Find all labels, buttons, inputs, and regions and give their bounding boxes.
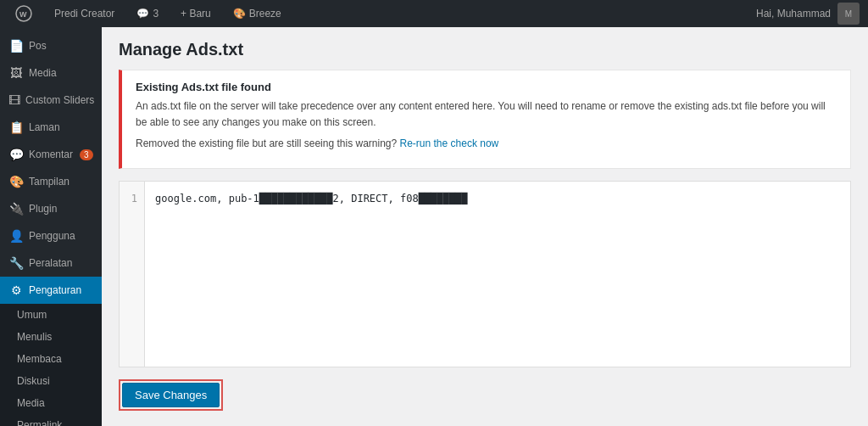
code-textarea-wrapper: 1 google.com, pub-1████████████2, DIRECT… [119, 181, 851, 367]
new-label: + Baru [181, 8, 211, 20]
komentar-icon: 💬 [8, 148, 24, 161]
rerun-check-link[interactable]: Re-run the check now [400, 137, 499, 149]
sidebar-label-pengguna: Pengguna [29, 230, 75, 242]
sidebar-label-plugin: Plugin [29, 203, 57, 215]
sidebar-label-media: Media [29, 67, 57, 79]
site-name-label: Predi Creator [54, 8, 114, 20]
sidebar-sub-diskusi[interactable]: Diskusi [0, 370, 102, 392]
sub-label-umum: Umum [17, 309, 47, 321]
sidebar-sub-media[interactable]: Media [0, 392, 102, 414]
theme-label: Breeze [249, 8, 281, 20]
greeting-label: Hai, Muhammad [756, 8, 831, 20]
wp-logo-button[interactable]: W [8, 0, 39, 27]
tampilan-icon: 🎨 [8, 175, 24, 188]
sidebar-item-pengguna[interactable]: 👤 Pengguna [0, 222, 102, 249]
sub-label-media: Media [17, 397, 45, 409]
notice-body1: An ads.txt file on the server will take … [136, 98, 837, 131]
line-number-1: 1 [126, 190, 137, 209]
media-icon: 🖼 [8, 66, 24, 80]
main-layout: 📄 Pos 🖼 Media 🎞 Custom Sliders 📋 Laman 💬… [0, 27, 868, 426]
sidebar-label-custom-sliders: Custom Sliders [25, 94, 94, 106]
sidebar-nav: 📄 Pos 🖼 Media 🎞 Custom Sliders 📋 Laman 💬… [0, 27, 102, 426]
sidebar-sub-menu: Umum Menulis Membaca Diskusi Media Perma… [0, 304, 102, 426]
sidebar-sub-menulis[interactable]: Menulis [0, 326, 102, 348]
sidebar-sub-umum[interactable]: Umum [0, 304, 102, 326]
theme-icon: 🎨 [233, 8, 246, 20]
pos-icon: 📄 [8, 39, 24, 53]
sidebar-item-pengaturan[interactable]: ⚙ Pengaturan [0, 277, 102, 304]
sidebar: 📄 Pos 🖼 Media 🎞 Custom Sliders 📋 Laman 💬… [0, 27, 102, 426]
line-numbers: 1 [120, 182, 145, 367]
page-title: Manage Ads.txt [119, 40, 851, 59]
sidebar-label-komentar: Komentar [29, 149, 73, 160]
pengaturan-icon: ⚙ [8, 283, 24, 297]
sidebar-label-laman: Laman [29, 121, 60, 133]
sidebar-item-laman[interactable]: 📋 Laman [0, 114, 102, 141]
sidebar-label-pos: Pos [29, 40, 47, 52]
sidebar-sub-membaca[interactable]: Membaca [0, 348, 102, 370]
pengguna-icon: 👤 [8, 229, 24, 243]
sidebar-item-custom-sliders[interactable]: 🎞 Custom Sliders [0, 87, 102, 114]
sidebar-sub-permalink[interactable]: Permalink [0, 414, 102, 426]
ads-txt-textarea[interactable]: google.com, pub-1████████████2, DIRECT, … [145, 182, 850, 367]
admin-bar: W Predi Creator 💬 3 + Baru 🎨 Breeze Hai,… [0, 0, 868, 27]
notice-body2-text: Removed the existing file but are still … [136, 137, 397, 149]
admin-bar-right: Hai, Muhammad M [756, 3, 860, 25]
sidebar-label-tampilan: Tampilan [29, 176, 70, 188]
peralatan-icon: 🔧 [8, 256, 24, 270]
sidebar-label-peralatan: Peralatan [29, 257, 72, 269]
sidebar-item-pos[interactable]: 📄 Pos [0, 32, 102, 59]
sub-label-diskusi: Diskusi [17, 375, 50, 387]
notice-title: Existing Ads.txt file found [136, 81, 837, 93]
main-content: Manage Ads.txt Existing Ads.txt file fou… [102, 27, 868, 426]
theme-button[interactable]: 🎨 Breeze [226, 0, 288, 27]
save-button-wrapper: Save Changes [119, 379, 223, 411]
notice-body2: Removed the existing file but are still … [136, 136, 837, 152]
laman-icon: 📋 [8, 121, 24, 134]
custom-sliders-icon: 🎞 [8, 93, 20, 107]
sidebar-item-komentar[interactable]: 💬 Komentar 3 [0, 141, 102, 168]
sub-label-menulis: Menulis [17, 331, 52, 343]
site-name-button[interactable]: Predi Creator [47, 0, 121, 27]
save-changes-button[interactable]: Save Changes [122, 383, 220, 407]
sidebar-item-tampilan[interactable]: 🎨 Tampilan [0, 168, 102, 195]
comment-icon: 💬 [136, 8, 149, 20]
sidebar-item-media[interactable]: 🖼 Media [0, 59, 102, 87]
comments-count: 3 [153, 8, 159, 20]
sub-label-permalink: Permalink [17, 419, 62, 426]
svg-text:W: W [19, 10, 27, 19]
admin-bar-left: W Predi Creator 💬 3 + Baru 🎨 Breeze [8, 0, 288, 27]
sidebar-item-plugin[interactable]: 🔌 Plugin [0, 195, 102, 222]
avatar: M [837, 3, 860, 25]
avatar-initials: M [845, 9, 852, 19]
notice-box: Existing Ads.txt file found An ads.txt f… [119, 70, 851, 169]
plugin-icon: 🔌 [8, 202, 24, 216]
sidebar-item-peralatan[interactable]: 🔧 Peralatan [0, 249, 102, 277]
sidebar-label-pengaturan: Pengaturan [29, 284, 81, 296]
comments-button[interactable]: 💬 3 [130, 0, 165, 27]
sub-label-membaca: Membaca [17, 353, 62, 365]
new-button[interactable]: + Baru [174, 0, 218, 27]
komentar-badge: 3 [80, 149, 93, 160]
